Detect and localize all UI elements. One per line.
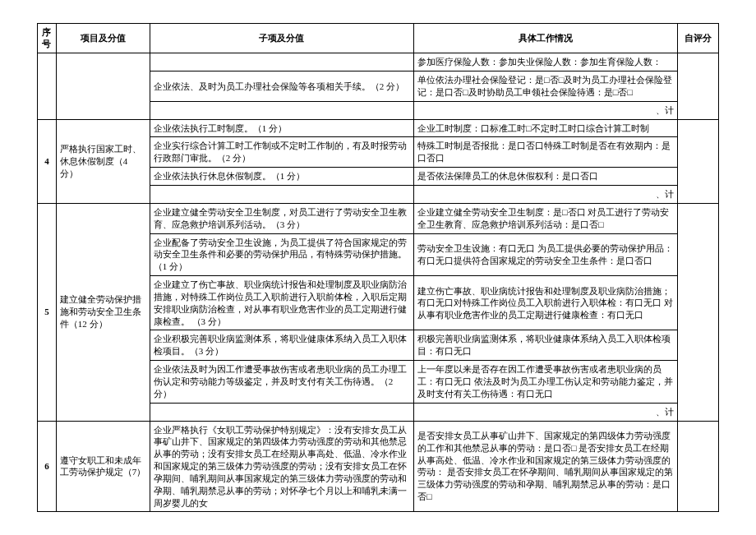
cell-detail: 是否依法保障员工的休息休假权利：是口否口: [414, 168, 678, 186]
h-score: 自评分: [678, 23, 719, 53]
cell-sub: 企业实行综合计算工时工作制或不定时工作制的，有及时报劳动行政部门审批。（2 分）: [150, 137, 413, 168]
h-detail: 具体工作情况: [414, 23, 678, 53]
cell-detail: 劳动安全卫生设施：有口无口 为员工提供必要的劳动保护用品：有口无口提供符合国家规…: [414, 233, 678, 276]
cell-index: 6: [38, 421, 57, 512]
cell-detail: 企业建立健全劳动安全卫生制度：是□否口 对员工进行了劳动安全卫生教育、应急救护培…: [414, 203, 678, 233]
cell-detail: 单位依法办理社会保险登记：是□否□及时为员工办理社会保险登记：是口否□及时协助员…: [414, 71, 678, 102]
cell-detail: 上一年度以来是否存在因工作遭受事故伤害或者患职业病的员工：有口无口 依法及时为员…: [414, 361, 678, 404]
cell-score: [678, 203, 719, 421]
cell-score: [678, 421, 719, 512]
cell-sum: 、计: [414, 101, 678, 119]
cell-sub: 企业依法执行休息休假制度。（1 分）: [150, 168, 413, 186]
cell-sub: 企业积极完善职业病监测体系，将职业健康体系纳入员工入职体检项目。（3 分）: [150, 330, 413, 361]
cell-project: 建立健全劳动保护措施和劳动安全卫生条件（12 分）: [56, 203, 150, 421]
cell-sub: 企业建立了伤亡事故、职业病统计报告和处理制度及职业病防治措施，对特殊工作岗位员工…: [150, 276, 413, 330]
cell-detail: 特殊工时制是否报批：是口否口特殊工时制是否在有效期内：是口否口: [414, 137, 678, 168]
cell-project: 遵守女职工和未成年工劳动保护规定（7）: [56, 421, 150, 512]
cell-detail: 建立伤亡事故、职业病统计报告和处理制度及职业病防治措施；有口无口对特殊工作岗位员…: [414, 276, 678, 330]
cell-detail: 是否安排女员工从事矿山井下、国家规定的第四级体力劳动强度的工作和其他禁忌从事的劳…: [414, 421, 678, 512]
cell-detail: 积极完善职业病监测体系，将职业健康体系纳入员工入职体检项目：有口无口: [414, 330, 678, 361]
evaluation-table: 序号 项目及分值 子项及分值 具体工作情况 自评分 参加医疗保险人数：参加失业保…: [37, 23, 719, 513]
h-project: 项目及分值: [56, 23, 150, 53]
cell-detail: 企业工时制度：口标准工时□不定时工时口综合计算工时制: [414, 119, 678, 137]
cell-sub: 企业依法执行工时制度。（1 分）: [150, 119, 413, 137]
table-row: 6 遵守女职工和未成年工劳动保护规定（7） 企业严格执行《女职工劳动保护特别规定…: [38, 421, 719, 512]
cell-sub: 企业依法及时为因工作遭受事故伤害或者患职业病的员工办理工伤认定和劳动能力等级鉴定…: [150, 361, 413, 404]
cell-sub: 企业建立健全劳动安全卫生制度，对员工进行了劳动安全卫生教育、应急救护培训系列活动…: [150, 203, 413, 233]
cell-project: 严格执行国家工时、休息休假制度（4 分）: [56, 119, 150, 203]
header-row: 序号 项目及分值 子项及分值 具体工作情况 自评分: [38, 23, 719, 53]
cell-sub: 企业严格执行《女职工劳动保护特别规定》：没有安排女员工从事矿山井下、国家规定的第…: [150, 421, 413, 512]
table-row: 参加医疗保险人数：参加失业保险人数：参加生育保险人数：: [38, 53, 719, 71]
table-row: 5 建立健全劳动保护措施和劳动安全卫生条件（12 分） 企业建立健全劳动安全卫生…: [38, 203, 719, 233]
cell-sub: 企业配备了劳动安全卫生设施，为员工提供了符合国家规定的劳动安全卫生条件和必要的劳…: [150, 233, 413, 276]
cell-detail: 参加医疗保险人数：参加失业保险人数：参加生育保险人数：: [414, 53, 678, 71]
cell-index: 4: [38, 119, 57, 203]
cell-sum: 、计: [414, 403, 678, 421]
cell-score: [678, 119, 719, 203]
cell-sum: 、计: [414, 186, 678, 204]
cell-sub: 企业依法、及时为员工办理社会保险等各项相关手续。（2 分）: [150, 71, 413, 102]
h-subitem: 子项及分值: [150, 23, 413, 53]
h-index: 序号: [38, 23, 57, 53]
cell-index: 5: [38, 203, 57, 421]
table-row: 4 严格执行国家工时、休息休假制度（4 分） 企业依法执行工时制度。（1 分） …: [38, 119, 719, 137]
